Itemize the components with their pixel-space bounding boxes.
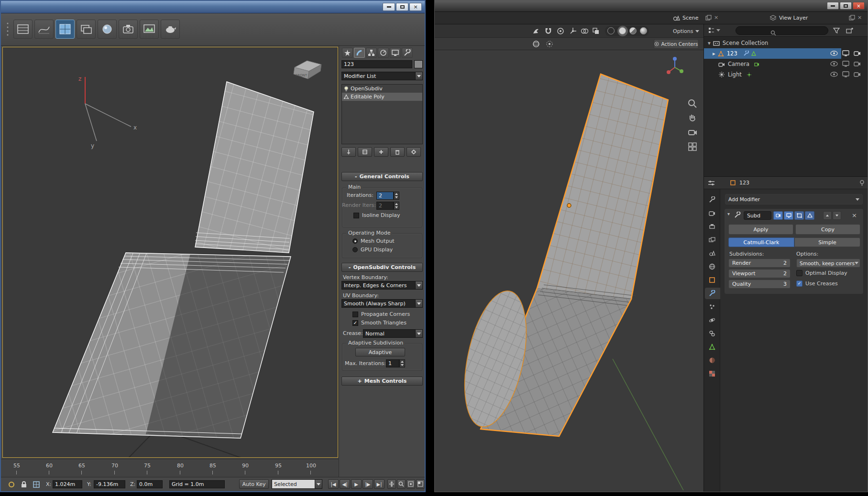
apply-button[interactable]: Apply: [728, 224, 793, 235]
tab-output-icon[interactable]: [708, 223, 716, 230]
modifier-name-field[interactable]: Subd: [744, 211, 771, 220]
selection-set-dropdown[interactable]: Selected: [272, 479, 322, 489]
tab-world-icon[interactable]: [708, 263, 716, 270]
tab-create-icon[interactable]: [342, 48, 353, 58]
rollout-opensubdiv-controls[interactable]: - OpenSubdiv Controls: [341, 263, 423, 272]
z-coordinate-field[interactable]: 0.0m: [137, 480, 163, 488]
tab-view-layer-icon[interactable]: [708, 236, 716, 244]
modifier-stack[interactable]: OpenSubdiv Editable Poly: [341, 84, 423, 144]
tab-modifiers-icon[interactable]: [708, 290, 716, 297]
maximize-button[interactable]: [396, 3, 408, 11]
configure-modifier-sets-button[interactable]: [407, 147, 421, 157]
viewport-subdivisions-field[interactable]: Viewport 2: [728, 269, 791, 278]
close-button[interactable]: ×: [853, 2, 865, 10]
disable-viewport-icon[interactable]: [842, 71, 849, 77]
show-end-result-button[interactable]: [358, 147, 372, 157]
outliner-search-input[interactable]: [736, 26, 828, 35]
track-view-icon[interactable]: [13, 20, 33, 39]
disable-render-icon[interactable]: [854, 61, 861, 67]
tab-scene-icon[interactable]: [708, 249, 716, 257]
vertex-boundary-dropdown[interactable]: Interp. Edges & Corners: [341, 281, 423, 290]
isolate-selection-icon[interactable]: [8, 481, 15, 488]
modifier-show-oncage-toggle[interactable]: [805, 211, 814, 220]
shading-wireframe-icon[interactable]: [607, 27, 615, 34]
viewport-zoom-icon[interactable]: [687, 98, 698, 109]
new-scene-icon[interactable]: [705, 15, 712, 21]
max-iterations-spinner[interactable]: [399, 359, 405, 367]
select-visible-icon[interactable]: [532, 27, 540, 35]
viewport-options-dropdown[interactable]: Options: [673, 27, 699, 35]
unlink-scene-icon[interactable]: ×: [714, 14, 718, 21]
blender-titlebar[interactable]: ×: [435, 0, 868, 12]
overlays-toggle-icon[interactable]: [581, 27, 588, 35]
max-iterations-field[interactable]: 1: [386, 359, 399, 367]
stack-item-editable-poly[interactable]: Editable Poly: [342, 93, 422, 101]
expand-open-icon[interactable]: ▾: [727, 211, 730, 216]
tab-tool-icon[interactable]: [708, 196, 716, 204]
tab-object-data-icon[interactable]: [708, 343, 716, 351]
viewcube[interactable]: FRONT: [290, 56, 328, 83]
expand-closed-icon[interactable]: ▸: [713, 50, 715, 57]
hide-eye-icon[interactable]: [830, 50, 838, 56]
zoom-extents-icon[interactable]: [407, 479, 415, 489]
tab-modify-icon[interactable]: [354, 48, 365, 58]
layer-manager-icon[interactable]: [77, 20, 96, 39]
pan-view-icon[interactable]: [387, 479, 396, 489]
max-titlebar[interactable]: ×: [1, 1, 425, 13]
auto-key-button[interactable]: Auto Key: [239, 479, 269, 489]
simple-button[interactable]: Simple: [794, 237, 860, 247]
viewport-layout-icon[interactable]: [55, 20, 75, 39]
toolbar-handle[interactable]: [5, 20, 11, 39]
close-button[interactable]: ×: [409, 3, 422, 11]
play-button[interactable]: ▶: [351, 479, 362, 489]
propagate-corners-checkbox[interactable]: [352, 312, 358, 317]
pivot-point-icon[interactable]: [546, 40, 553, 48]
navigation-axis-gizmo[interactable]: [665, 56, 684, 77]
previous-frame-button[interactable]: ◀|: [340, 479, 350, 489]
action-centers-button[interactable]: Action Centers: [654, 39, 699, 49]
y-coordinate-field[interactable]: -9.136m: [94, 480, 125, 488]
iterations-field[interactable]: 2: [376, 192, 394, 200]
crease-dropdown[interactable]: Normal: [363, 329, 423, 338]
material-editor-icon[interactable]: [98, 20, 117, 39]
mesh-output-radio[interactable]: [352, 238, 358, 244]
tab-object-icon[interactable]: [708, 276, 716, 284]
move-modifier-up-button[interactable]: [823, 211, 832, 220]
shading-material-icon[interactable]: [629, 27, 637, 34]
quality-field[interactable]: Quality 3: [728, 280, 791, 289]
rollout-mesh-controls[interactable]: + Mesh Controls: [341, 377, 423, 386]
new-view-layer-icon[interactable]: [849, 15, 855, 21]
proportional-editing-icon[interactable]: [557, 27, 564, 35]
zoom-icon[interactable]: [397, 479, 406, 489]
max-viewport[interactable]: z x y FRONT: [2, 47, 338, 458]
remove-view-layer-icon[interactable]: ×: [857, 14, 862, 21]
tab-material-icon[interactable]: [708, 356, 716, 364]
uv-smooth-dropdown[interactable]: Smooth, keep corners: [796, 259, 860, 268]
tab-motion-icon[interactable]: [378, 48, 389, 58]
tab-hierarchy-icon[interactable]: [366, 48, 377, 58]
disable-render-icon[interactable]: [854, 71, 861, 77]
expand-open-icon[interactable]: ▾: [708, 40, 711, 46]
catmull-clark-button[interactable]: Catmull-Clark: [728, 237, 794, 247]
tab-display-icon[interactable]: [390, 48, 401, 58]
use-creases-checkbox[interactable]: ✓: [796, 280, 802, 287]
go-to-start-button[interactable]: |◀: [328, 479, 339, 489]
shading-rendered-icon[interactable]: [640, 27, 647, 34]
tab-texture-icon[interactable]: [708, 370, 716, 377]
modifier-list-dropdown[interactable]: Modifier List: [341, 72, 423, 80]
object-name-field[interactable]: 123: [341, 60, 412, 68]
snap-magnet-icon[interactable]: [544, 27, 552, 35]
outliner-row-scene-collection[interactable]: ▾ Scene Collection: [704, 38, 868, 48]
iterations-spinner[interactable]: [394, 192, 399, 200]
maximize-viewport-icon[interactable]: [416, 479, 425, 489]
maximize-button[interactable]: [840, 2, 852, 10]
modifier-show-viewport-toggle[interactable]: [784, 211, 793, 220]
absolute-mode-icon[interactable]: [33, 481, 40, 488]
tab-particles-icon[interactable]: [708, 303, 716, 311]
optimal-display-checkbox[interactable]: [796, 270, 802, 276]
lightbulb-icon[interactable]: [344, 86, 349, 92]
next-frame-button[interactable]: |▶: [363, 479, 373, 489]
add-modifier-dropdown[interactable]: Add Modifier: [725, 194, 863, 205]
shading-solid-icon[interactable]: [619, 27, 626, 34]
move-modifier-down-button[interactable]: [833, 211, 841, 220]
